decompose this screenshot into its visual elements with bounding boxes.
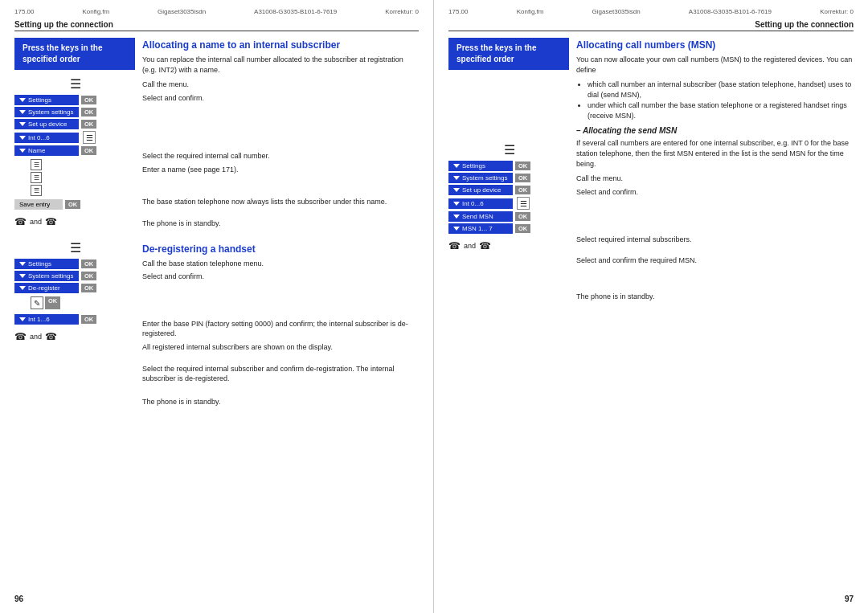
menu-row-settings2: Settings OK bbox=[14, 259, 133, 269]
step-standby2: The phone is in standby. bbox=[142, 397, 419, 407]
header-pagenum-right: 175.00 bbox=[448, 8, 468, 15]
edit-icon-r: ☰ bbox=[517, 197, 530, 210]
menu-row-system2: System settings OK bbox=[14, 271, 133, 281]
arrow-icon bbox=[453, 202, 460, 206]
right-left-column: Press the keys in the specified order ☰ … bbox=[448, 38, 573, 304]
step-select-confirm2: Select and confirm. bbox=[142, 272, 419, 282]
desc-msn: You can now allocate your own call numbe… bbox=[576, 55, 854, 76]
arrow-icon bbox=[453, 164, 460, 168]
phone-icon-r1: ☎ bbox=[448, 240, 461, 251]
phone-icon-4: ☎ bbox=[45, 331, 57, 342]
step-r-select-msn: Select and confirm the required MSN. bbox=[576, 255, 854, 266]
enter-name-icons: ☰ bbox=[31, 159, 133, 170]
key-icon1: ☰ bbox=[31, 159, 42, 170]
step-r-select-confirm: Select and confirm. bbox=[576, 187, 854, 198]
right-page-content: Press the keys in the specified order ☰ … bbox=[448, 38, 854, 304]
arrow-icon bbox=[19, 122, 26, 126]
arrow-icon bbox=[19, 274, 26, 278]
arrow-icon bbox=[453, 176, 460, 180]
spacer-desc bbox=[448, 70, 567, 142]
right-column-right-page: Allocating call numbers (MSN) You can no… bbox=[573, 38, 854, 304]
left-page-content: Press the keys in the specified order ☰ … bbox=[14, 38, 419, 410]
menu-row-setup1: Set up device OK bbox=[14, 119, 133, 129]
phone-icon-r2: ☎ bbox=[479, 240, 491, 251]
arrow-icon bbox=[453, 188, 460, 192]
pin-icons: ✎ OK bbox=[31, 296, 133, 309]
step-select-confirm1: Select and confirm. bbox=[142, 93, 419, 104]
arrow-icon bbox=[19, 149, 26, 153]
left-page: 175.00 Konfig.fm Gigaset3035isdn A31008-… bbox=[0, 0, 434, 613]
phone-icon-2: ☎ bbox=[45, 216, 57, 227]
menu-icon-left: ☰ bbox=[70, 76, 81, 92]
left-column: Press the keys in the specified order ☰ … bbox=[14, 38, 139, 410]
dash-section-send-msn: – Allocating the send MSN bbox=[576, 126, 854, 135]
step-all-subscribers: All registered internal subscribers are … bbox=[142, 342, 419, 353]
step-select-int2: Select the required internal subscriber … bbox=[142, 364, 419, 384]
page-number-right: 97 bbox=[845, 595, 854, 603]
menu-row-r-setup: Set up device OK bbox=[448, 185, 567, 195]
right-section-heading: Setting up the connection bbox=[448, 20, 854, 31]
step-select-int: Select the required internal call number… bbox=[142, 151, 419, 161]
step-save-entry: The base station telephone now always li… bbox=[142, 197, 419, 207]
step-standby1: The phone is in standby. bbox=[142, 219, 419, 229]
phone-icon-3: ☎ bbox=[14, 331, 27, 342]
bullet-list-msn: which call number an internal subscriber… bbox=[576, 80, 854, 121]
menu-row-r-system: System settings OK bbox=[448, 173, 567, 183]
arrow-icon bbox=[19, 110, 26, 114]
press-keys-box-left: Press the keys in the specified order bbox=[14, 38, 135, 70]
page-number-left: 96 bbox=[14, 595, 23, 603]
header-code-left: A31008-G3035-B101-6-7619 bbox=[254, 8, 337, 15]
arrow-icon bbox=[453, 227, 460, 231]
and-line-1: ☎ and ☎ bbox=[14, 216, 133, 227]
header-konfig-left: Konfig.fm bbox=[82, 8, 109, 15]
menu-row-r-settings: Settings OK bbox=[448, 161, 567, 171]
menu-row-save: Save entry OK bbox=[14, 199, 133, 210]
header-konfig-right: Konfig.fm bbox=[517, 8, 544, 15]
edit-icon: ☰ bbox=[83, 131, 96, 144]
menu-row-settings1: Settings OK bbox=[14, 95, 133, 105]
menu-rows-group1: Settings OK System settings OK bbox=[14, 95, 133, 156]
step-call-menu2: Call the base station telephone menu. bbox=[142, 259, 419, 269]
bullet-item-1: which call number an internal subscriber… bbox=[588, 80, 854, 100]
step-enter-pin: Enter the base PIN (factory setting 0000… bbox=[142, 319, 419, 339]
step-r-select-int: Select required internal subscribers. bbox=[576, 235, 854, 245]
right-menu-rows: Settings OK System settings OK bbox=[448, 161, 567, 234]
arrow-icon bbox=[19, 317, 26, 321]
header-pagenum-left: 175.00 bbox=[14, 8, 34, 15]
desc-allocating-name: You can replace the internal call number… bbox=[142, 55, 419, 76]
key-icon3: ☰ bbox=[31, 185, 42, 196]
menu-icon-right: ☰ bbox=[504, 142, 515, 157]
right-page-header: 175.00 Konfig.fm Gigaset3035isdn A31008-… bbox=[448, 8, 854, 15]
header-korrektur-left: Korrektur: 0 bbox=[385, 8, 419, 15]
header-korrektur-right: Korrektur: 0 bbox=[820, 8, 854, 15]
bullet-item-2: under which call number the base station… bbox=[588, 100, 854, 121]
step-r-standby: The phone is in standby. bbox=[576, 292, 854, 302]
menu-row-deregister: De-register OK bbox=[14, 283, 133, 293]
step-r-call-menu: Call the menu. bbox=[576, 174, 854, 184]
header-model-left: Gigaset3035isdn bbox=[158, 8, 206, 15]
menu-row-r-int: Int 0...6 ☰ bbox=[448, 197, 567, 210]
menu-icon-2: ☰ bbox=[70, 240, 81, 255]
step-enter-name: Enter a name (see page 171). bbox=[142, 165, 419, 175]
header-model-right: Gigaset3035isdn bbox=[592, 8, 641, 15]
right-column-left-page: Allocating a name to an internal subscri… bbox=[139, 38, 419, 410]
arrow-icon bbox=[19, 286, 26, 290]
menu-row-int2: Int 1...6 OK bbox=[14, 314, 133, 325]
press-keys-box-right: Press the keys in the specified order bbox=[448, 38, 569, 70]
subtitle-allocating-msn: Allocating call numbers (MSN) bbox=[576, 39, 854, 51]
menu-row-name1: Name OK bbox=[14, 145, 133, 156]
de-register-section: ☰ Settings OK System settings bbox=[14, 240, 133, 342]
key-icon2: ☰ bbox=[31, 172, 42, 183]
arrow-icon bbox=[19, 262, 26, 266]
menu-row-int1: Int 0...6 ☰ bbox=[14, 131, 133, 144]
menu-row-system1: System settings OK bbox=[14, 107, 133, 117]
subtitle-allocating-name: Allocating a name to an internal subscri… bbox=[142, 39, 419, 51]
phone-icon-1: ☎ bbox=[14, 216, 27, 227]
desc-send-msn: If several call numbers are entered for … bbox=[576, 138, 854, 170]
menu-row-r-msn: MSN 1... 7 OK bbox=[448, 223, 567, 234]
subtitle-deregistering: De-registering a handset bbox=[142, 243, 419, 255]
right-page: 175.00 Konfig.fm Gigaset3035isdn A31008-… bbox=[434, 0, 868, 613]
and-line-2: ☎ and ☎ bbox=[14, 331, 133, 342]
arrow-icon bbox=[453, 215, 460, 219]
arrow-icon bbox=[19, 98, 26, 102]
